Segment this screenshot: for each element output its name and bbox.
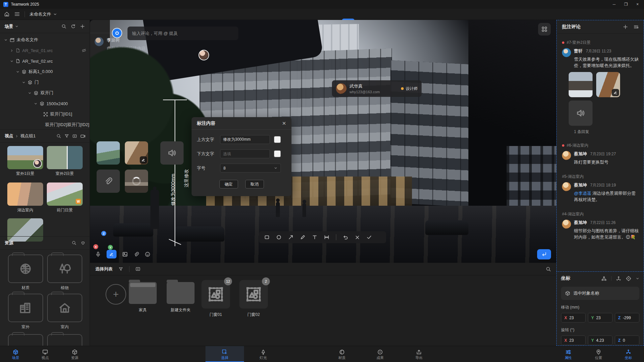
draw-pencil-icon[interactable]: [300, 235, 305, 240]
viewport-3d[interactable]: 修改为3000mm 这里修改 Z X Y O 输入评论，可用 @ 提及 武华真 …: [90, 20, 556, 263]
filter-icon[interactable]: [64, 134, 69, 138]
lower-color-swatch[interactable]: [274, 150, 281, 157]
font-size-select[interactable]: 8: [220, 164, 281, 173]
add-folder-icon[interactable]: [72, 134, 77, 138]
tree-item-instance-2[interactable]: 双开门[ID2]双开门[ID2]...: [0, 119, 90, 130]
minimize-button[interactable]: ─: [613, 2, 616, 7]
comment-item[interactable]: 蔡旭坤 7月22日 11:26 细节部分与图纸有差异，请仔细核对内容，如有意见请…: [557, 217, 644, 240]
search-icon[interactable]: [61, 24, 66, 29]
collaborator-card[interactable]: 武华真 why123@163.com 设计师: [332, 80, 422, 97]
draw-arrow-icon[interactable]: [288, 235, 293, 240]
attachment-image[interactable]: [569, 72, 593, 97]
favorites-heart-icon[interactable]: [81, 241, 85, 245]
tab-select[interactable]: 选择: [212, 346, 237, 362]
comment-item[interactable]: 曹轩 7月28日 11:23 雪天效果参考，现在氛围感还欠缺些，需要增加暖色光源…: [557, 45, 644, 69]
global-axis-icon[interactable]: [601, 276, 607, 281]
attachment-image[interactable]: [596, 72, 620, 97]
cancel-button[interactable]: 取消: [245, 180, 264, 188]
hamburger-menu-icon[interactable]: [14, 11, 20, 17]
edit-annotation-badge[interactable]: [140, 156, 147, 164]
search-icon[interactable]: [56, 134, 61, 138]
selected-object-box[interactable]: 选中对象名称: [561, 287, 639, 300]
tab-viewpoint[interactable]: 视点: [33, 346, 57, 362]
add-comment-icon[interactable]: [623, 24, 628, 30]
add-icon[interactable]: [80, 24, 85, 29]
upper-text-input[interactable]: [220, 135, 270, 144]
tree-item-level[interactable]: 标高1_0.000: [0, 66, 90, 77]
comment-mention[interactable]: @李逍遥: [574, 191, 591, 196]
move-x-input[interactable]: X23: [561, 313, 586, 323]
resource-item-exterior[interactable]: 室外: [8, 294, 43, 330]
maximize-button[interactable]: ❐: [624, 2, 628, 7]
selection-item-new-folder[interactable]: 新建文件夹: [165, 279, 196, 313]
rotate-z-input[interactable]: Z0: [615, 335, 639, 345]
confirm-annotation-icon[interactable]: [366, 235, 372, 240]
thread-id[interactable]: #6-湖边室内: [557, 143, 644, 148]
attachment-audio[interactable]: [160, 141, 184, 165]
move-z-input[interactable]: Z-299: [615, 313, 639, 323]
move-y-input[interactable]: Y23: [588, 313, 612, 323]
resource-item-plants[interactable]: 植物: [47, 254, 82, 291]
reply-count[interactable]: 1 条回复: [557, 126, 644, 135]
attachment-image[interactable]: [125, 141, 148, 165]
new-folder-icon[interactable]: [135, 266, 140, 271]
selection-item-door-window-02[interactable]: 2 门窗02: [238, 280, 269, 318]
tree-item-ar-test-01[interactable]: AR_Test_01.vrc: [0, 45, 90, 56]
rotate-y-input[interactable]: Y4.23: [588, 335, 612, 345]
viewpoint-panel-title[interactable]: 视点: [5, 133, 13, 139]
dialog-close-icon[interactable]: ✕: [282, 120, 286, 126]
viewport-comment-input[interactable]: 输入评论，可用 @ 提及: [127, 27, 238, 40]
tree-item-ar-test-02[interactable]: AR_Test_02.vrc: [0, 56, 90, 66]
tab-position[interactable]: 位置: [586, 346, 611, 362]
draw-circle-icon[interactable]: [276, 235, 282, 240]
undo-icon[interactable]: [343, 235, 348, 240]
chevron-down-icon[interactable]: [636, 277, 639, 280]
selection-item-door-window-01[interactable]: 12 门窗01: [200, 280, 231, 318]
viewpoint-group-name[interactable]: 视点组1: [20, 133, 36, 139]
tree-item-door-group[interactable]: 门: [0, 77, 90, 88]
move-origin-icon[interactable]: [616, 276, 621, 281]
apps-grid-button[interactable]: [538, 23, 551, 36]
cancel-annotation-icon[interactable]: [355, 235, 360, 240]
tab-light[interactable]: 灯光: [251, 346, 276, 362]
tab-export[interactable]: 导出: [407, 346, 431, 362]
visibility-off-icon[interactable]: [82, 48, 90, 53]
selection-item-furniture[interactable]: 家具: [127, 279, 158, 313]
viewpoint-item[interactable]: W 前门日景: [47, 182, 83, 213]
comment-item[interactable]: 蔡旭坤 7月23日 18:19 @李逍遥 湖边绿色景观带部分需再核对清楚。: [557, 180, 644, 203]
resource-panel-title[interactable]: 资源: [5, 240, 13, 246]
comment-item[interactable]: 蔡旭坤 7月23日 19:27 路灯需要更换型号: [557, 148, 644, 165]
tab-resource[interactable]: 资源: [62, 346, 87, 362]
attachment-file[interactable]: [97, 170, 120, 193]
resource-item-interior[interactable]: 室内: [47, 294, 82, 330]
home-icon[interactable]: [4, 11, 10, 17]
tree-item-double-door[interactable]: 双开门: [0, 88, 90, 98]
tree-item-instance-1[interactable]: 双开门[ID1]: [0, 109, 90, 119]
resource-item-material[interactable]: 材质: [8, 254, 43, 291]
tab-coordinates[interactable]: 坐标: [616, 346, 641, 362]
thread-id[interactable]: #7-室外2日景: [557, 40, 644, 45]
gizmo-z-handle[interactable]: Z: [101, 231, 106, 236]
filter-icon[interactable]: [119, 267, 123, 271]
viewpoint-item[interactable]: 室外1日景: [7, 146, 43, 177]
attachment-audio[interactable]: [569, 101, 593, 126]
tab-output[interactable]: 成果: [368, 346, 392, 362]
add-viewpoint-icon[interactable]: [80, 134, 85, 139]
confirm-button[interactable]: 确定: [219, 180, 238, 188]
tab-scene[interactable]: 场景: [3, 346, 28, 362]
thread-id[interactable]: #5-湖边室内: [557, 174, 644, 180]
resource-item-partial[interactable]: [47, 334, 82, 346]
tree-item-root[interactable]: 未命名文件: [0, 35, 90, 45]
draw-rect-icon[interactable]: [264, 235, 270, 240]
tab-properties[interactable]: 属性: [556, 346, 581, 362]
draw-dimension-icon[interactable]: [324, 235, 329, 240]
upper-color-swatch[interactable]: [274, 136, 281, 143]
lower-text-input[interactable]: [220, 149, 270, 158]
tree-item-size[interactable]: 1500x2400: [0, 98, 90, 109]
tab-material[interactable]: 材质: [330, 346, 354, 362]
resource-item-partial[interactable]: [8, 334, 43, 346]
search-icon[interactable]: [546, 266, 551, 272]
close-button[interactable]: ×: [636, 2, 639, 7]
viewpoint-item[interactable]: 室外2日景: [47, 146, 83, 177]
draw-text-icon[interactable]: [312, 235, 317, 240]
